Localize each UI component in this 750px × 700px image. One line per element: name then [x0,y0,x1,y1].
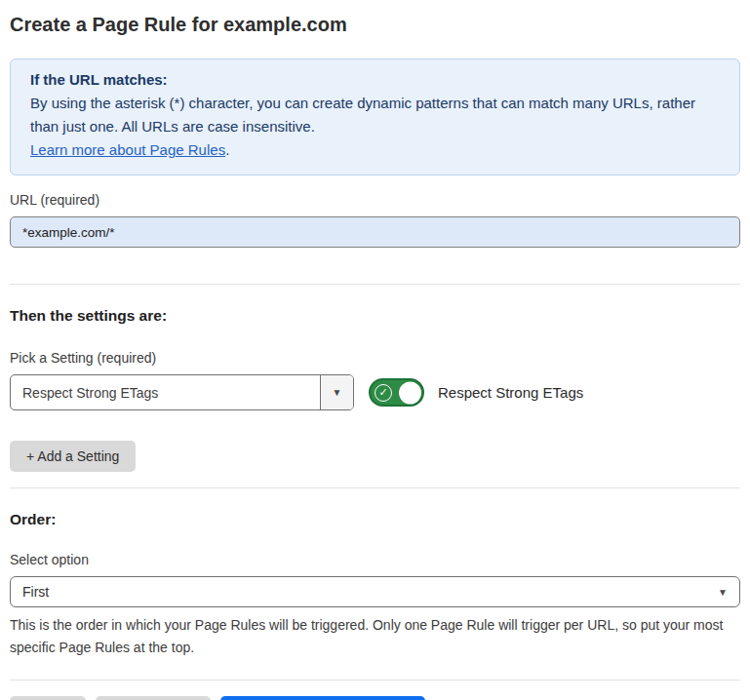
url-input[interactable] [10,216,740,248]
order-section-heading: Order: [10,510,740,529]
cancel-button[interactable]: Cancel [10,696,86,700]
order-select-value: First [22,584,718,600]
divider [10,284,740,285]
info-box-body: By using the asterisk (*) character, you… [30,92,720,138]
save-draft-button[interactable]: Save as Draft [96,696,212,700]
page-title: Create a Page Rule for example.com [10,12,740,37]
chevron-down-icon: ▼ [333,387,342,398]
learn-more-link[interactable]: Learn more about Page Rules [30,141,225,158]
save-deploy-button[interactable]: Save and Deploy Page Rule [220,696,425,700]
chevron-down-icon: ▼ [718,587,728,598]
setting-dropdown-arrow-button[interactable]: ▼ [320,375,353,409]
setting-dropdown[interactable]: Respect Strong ETags ▼ [10,374,354,410]
link-suffix: . [225,141,229,158]
footer-actions: Cancel Save as Draft Save and Deploy Pag… [10,696,740,700]
add-setting-button[interactable]: + Add a Setting [10,441,136,472]
url-match-info-box: If the URL matches: By using the asteris… [10,58,740,175]
info-box-link-line: Learn more about Page Rules. [30,138,720,162]
etags-toggle[interactable]: ✓ [369,378,424,407]
settings-section-heading: Then the settings are: [10,306,740,326]
order-help-text: This is the order in which your Page Rul… [10,614,740,659]
setting-dropdown-value: Respect Strong ETags [11,375,320,409]
setting-row: Respect Strong ETags ▼ ✓ Respect Strong … [10,374,740,410]
check-icon: ✓ [375,384,392,402]
toggle-knob [399,381,421,404]
divider [10,680,740,681]
pick-setting-label: Pick a Setting (required) [10,349,740,367]
divider [10,487,740,488]
etags-toggle-group: ✓ Respect Strong ETags [369,378,583,407]
etags-toggle-label: Respect Strong ETags [438,384,583,401]
order-select-label: Select option [10,551,740,568]
url-label: URL (required) [10,191,740,209]
info-box-heading: If the URL matches: [30,68,720,92]
order-select[interactable]: First ▼ [10,576,740,607]
